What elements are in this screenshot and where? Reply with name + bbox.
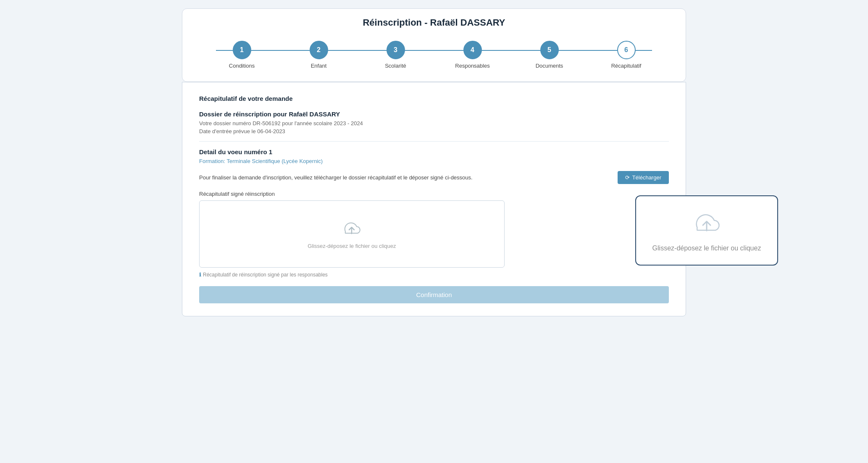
section-title: Récapitulatif de votre demande — [199, 95, 669, 102]
dossier-title: Dossier de réinscription pour Rafaël DAS… — [199, 110, 669, 118]
step-5-label: Documents — [536, 63, 563, 69]
step-1-label: Conditions — [229, 63, 255, 69]
step-3-label: Scolarité — [385, 63, 406, 69]
hint-text: ℹ Récapitulatif de réinscription signé p… — [199, 272, 669, 278]
finaliser-row: Pour finaliser la demande d'inscription,… — [199, 171, 669, 184]
step-5[interactable]: 5 Documents — [511, 41, 588, 69]
top-card: Réinscription - Rafaël DASSARY 1 Conditi… — [182, 8, 686, 82]
stepper: 1 Conditions 2 Enfant 3 Scolarité — [199, 41, 669, 69]
step-4-circle: 4 — [463, 41, 482, 59]
telecharger-button[interactable]: ⟳ Télécharger — [618, 171, 669, 184]
confirmation-button[interactable]: Confirmation — [199, 286, 669, 303]
content-card: Récapitulatif de votre demande Dossier d… — [182, 82, 686, 316]
dossier-sub1: Votre dossier numéro DR-506192 pour l'an… — [199, 120, 669, 126]
info-icon: ℹ — [199, 272, 201, 278]
step-6-circle: 6 — [617, 41, 636, 59]
step-2-label: Enfant — [311, 63, 327, 69]
finaliser-text: Pour finaliser la demande d'inscription,… — [199, 174, 609, 181]
step-6[interactable]: 6 Récapitulatif — [588, 41, 665, 69]
telecharger-icon: ⟳ — [625, 174, 630, 181]
main-wrapper: Réinscription - Rafaël DASSARY 1 Conditi… — [182, 8, 686, 316]
dossier-sub2: Date d'entrée prévue le 06-04-2023 — [199, 128, 669, 134]
drop-zone[interactable]: Glissez-déposez le fichier ou cliquez — [199, 200, 505, 268]
step-2[interactable]: 2 Enfant — [280, 41, 357, 69]
page-title: Réinscription - Rafaël DASSARY — [199, 17, 669, 28]
step-2-circle: 2 — [310, 41, 328, 59]
step-6-label: Récapitulatif — [611, 63, 642, 69]
formation-label: Formation: Terminale Scientifique (Lycée… — [199, 158, 669, 164]
tooltip-text: Glissez-déposez le fichier ou cliquez — [652, 245, 761, 252]
step-4-label: Responsables — [455, 63, 489, 69]
step-1-circle: 1 — [233, 41, 251, 59]
step-4[interactable]: 4 Responsables — [434, 41, 511, 69]
tooltip-card: Glissez-déposez le fichier ou cliquez — [635, 195, 778, 266]
upload-icon — [339, 219, 364, 239]
divider-1 — [199, 141, 669, 142]
step-3-circle: 3 — [387, 41, 405, 59]
confirmation-label: Confirmation — [416, 291, 452, 298]
recapitulatif-label: Récapitulatif signé réinscription — [199, 191, 669, 197]
step-1[interactable]: 1 Conditions — [203, 41, 280, 69]
step-3[interactable]: 3 Scolarité — [357, 41, 434, 69]
voeu-title: Detail du voeu numéro 1 — [199, 148, 669, 155]
tooltip-upload-icon — [688, 209, 726, 238]
step-5-circle: 5 — [540, 41, 559, 59]
telecharger-label: Télécharger — [632, 174, 661, 181]
drop-zone-text: Glissez-déposez le fichier ou cliquez — [308, 243, 396, 249]
